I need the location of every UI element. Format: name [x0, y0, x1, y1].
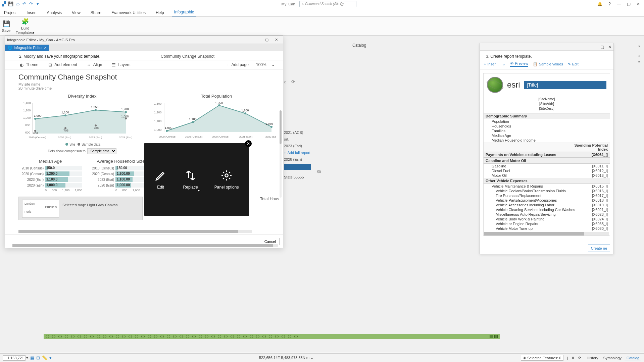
- svg-text:1,200: 1,200: [241, 109, 249, 112]
- theme-button[interactable]: ◐Theme: [19, 62, 38, 67]
- align-button[interactable]: ↔Align: [87, 62, 102, 67]
- tab-help[interactable]: Help: [154, 9, 166, 16]
- timeline-bar[interactable]: [44, 334, 500, 339]
- ribbon-save-button[interactable]: 💾 Save: [2, 20, 10, 33]
- ruler-icon[interactable]: 📏: [42, 355, 47, 360]
- coords-text: 522,656.14E 5,483,973.55N m: [259, 356, 309, 360]
- popup-edit-option[interactable]: Edit: [155, 169, 167, 190]
- list-icon: 📋: [533, 62, 538, 66]
- canvas-hscroll[interactable]: [18, 230, 252, 233]
- tab-close-icon[interactable]: ✕: [44, 46, 47, 50]
- report-sample-values-button[interactable]: 📋Sample values: [533, 62, 563, 66]
- pause-icon[interactable]: ⏸: [571, 356, 575, 360]
- notifications-icon[interactable]: 🔔: [597, 2, 602, 6]
- report-toolbar: +Inser... ⌄ 👁Preview 📋Sample values ✎Edi…: [480, 60, 613, 70]
- editor-titlebar[interactable]: Infographic Editor - My_Can - ArcGIS Pro…: [5, 36, 283, 44]
- pin-icon[interactable]: ⌕: [638, 54, 642, 57]
- search-icon[interactable]: ⌕: [284, 79, 287, 84]
- create-new-button[interactable]: Create ne: [588, 245, 610, 252]
- dollar-label: $0: [284, 170, 321, 174]
- open-icon[interactable]: 🗁: [15, 1, 20, 7]
- chevron-down-icon: ⌄: [502, 62, 505, 66]
- add-element-button[interactable]: ⊞Add element: [48, 62, 77, 67]
- svg-text:2020 (Esri): 2020 (Esri): [58, 136, 71, 139]
- diversity-index-chart[interactable]: Diversity Index 1,400 1,200 1,000 800 60…: [18, 94, 146, 154]
- close-icon[interactable]: ✕: [637, 2, 640, 6]
- help-icon[interactable]: ?: [608, 2, 611, 6]
- tab-project[interactable]: Project: [2, 9, 18, 16]
- qat-dropdown-icon[interactable]: ▾: [35, 1, 40, 7]
- add-full-report-link[interactable]: +Add full report: [284, 151, 321, 155]
- undo-icon[interactable]: ↶: [21, 1, 27, 7]
- scale-dropdown-icon[interactable]: ▾: [26, 356, 28, 360]
- layers-button[interactable]: ☰Layers: [111, 62, 130, 67]
- tab-share[interactable]: Share: [89, 9, 103, 16]
- tab-insert[interactable]: Insert: [24, 9, 39, 16]
- section-header: Demographic Summary: [484, 113, 610, 119]
- tab-framework-utilities[interactable]: Framework Utilities: [109, 9, 148, 16]
- comparison-select[interactable]: Sample data: [87, 148, 116, 154]
- chevron-down-icon[interactable]: ⌄: [310, 356, 313, 360]
- report-hscroll[interactable]: [484, 232, 609, 236]
- svg-text:1,300: 1,300: [154, 102, 162, 105]
- popup-panel-options-option[interactable]: Panel options: [214, 169, 239, 190]
- zoom-dropdown[interactable]: 100% ⌄: [256, 62, 275, 67]
- title-bar: ▞ 💾 🗁 ↶ ↷ ▾ My_Can Command Search (Alt+Q…: [0, 0, 644, 8]
- report-insert-button[interactable]: +Inser... ⌄: [484, 62, 505, 66]
- svg-text:800: 800: [25, 123, 30, 127]
- plus-icon: +: [484, 62, 486, 66]
- state-bar: [284, 164, 311, 170]
- svg-text:600: 600: [25, 131, 30, 134]
- vscroll-thumb[interactable]: [280, 110, 282, 144]
- tab-catalog[interactable]: Catalog: [625, 355, 641, 361]
- editor-hscroll[interactable]: [12, 244, 278, 247]
- popup-close-icon[interactable]: ✕: [245, 140, 252, 147]
- maximize-icon[interactable]: ▢: [627, 2, 631, 6]
- map-preview[interactable]: London Brussels Paris Selected map: Ligh…: [18, 197, 143, 220]
- median-age-block[interactable]: Median Age 2010 (Census)150.0 2020 (Cens…: [18, 159, 82, 192]
- panel-options-popup: ✕ Edit Replace Panel options: [144, 143, 249, 216]
- editor-tab-chip[interactable]: 🌐 Infographic Editor ✕: [5, 45, 49, 51]
- selected-features[interactable]: ◈Selected Features: 0: [521, 355, 564, 361]
- popup-replace-label: Replace: [183, 185, 198, 190]
- refresh-icon[interactable]: ⟳: [578, 356, 581, 360]
- templates-icon: 🧩: [21, 17, 29, 25]
- svg-text:708: 708: [63, 129, 68, 132]
- svg-text:2022 (Es: 2022 (Es: [265, 135, 276, 138]
- tab-history[interactable]: History: [585, 355, 600, 361]
- svg-text:2010 (Census): 2010 (Census): [29, 136, 46, 139]
- avg-household-block[interactable]: Average Household Size 2010 (Census)150.…: [89, 159, 153, 192]
- panel-close-icon[interactable]: ✕: [608, 45, 611, 49]
- snap-icon[interactable]: ⊞: [36, 355, 40, 360]
- map-inset: London Brussels Paris: [22, 200, 59, 218]
- ribbon-build-templates-button[interactable]: 🧩 BuildTemplates▾: [16, 17, 35, 34]
- editor-maximize-icon[interactable]: ▢: [262, 38, 271, 42]
- svg-text:2010 (Census): 2010 (Census): [185, 135, 203, 138]
- dropdown-icon[interactable]: ▾: [638, 44, 642, 48]
- scale-input[interactable]: 1:163,721: [3, 355, 26, 361]
- report-preview[interactable]: esri [Title] [SiteName] [SiteAddr] [Site…: [483, 73, 610, 236]
- redo-icon[interactable]: ↷: [28, 1, 34, 7]
- save-icon[interactable]: 💾: [8, 1, 13, 7]
- menu-icon[interactable]: ≡: [638, 60, 642, 63]
- tab-symbology[interactable]: Symbology: [601, 355, 624, 361]
- popup-replace-option[interactable]: Replace: [183, 169, 198, 190]
- minimize-icon[interactable]: —: [617, 2, 621, 6]
- command-search-input[interactable]: Command Search (Alt+Q): [299, 1, 356, 7]
- editor-close-icon[interactable]: ✕: [271, 38, 281, 42]
- svg-text:788: 788: [94, 126, 99, 130]
- panel-restore-icon[interactable]: ▢: [600, 45, 604, 49]
- report-edit-button[interactable]: ✎Edit: [568, 62, 579, 66]
- tab-view[interactable]: View: [70, 9, 83, 16]
- tab-infographic[interactable]: Infographic: [172, 8, 196, 16]
- grid-icon[interactable]: ▦: [30, 355, 34, 360]
- dropdown-icon[interactable]: ▾: [49, 355, 52, 360]
- site-fields: [SiteName] [SiteAddr] [SiteDesc]: [484, 96, 610, 113]
- tab-analysis[interactable]: Analysis: [45, 9, 64, 16]
- refresh-icon[interactable]: ⟳: [291, 79, 295, 84]
- status-bar: 1:163,721 ▾ ▦ ⊞ 📏 ▾ 522,656.14E 5,483,97…: [0, 353, 644, 362]
- theme-icon: ◐: [19, 62, 24, 67]
- editor-window-title: Infographic Editor - My_Can - ArcGIS Pro: [7, 38, 75, 42]
- add-page-button[interactable]: +Add page: [225, 62, 249, 67]
- report-preview-button[interactable]: 👁Preview: [510, 61, 528, 67]
